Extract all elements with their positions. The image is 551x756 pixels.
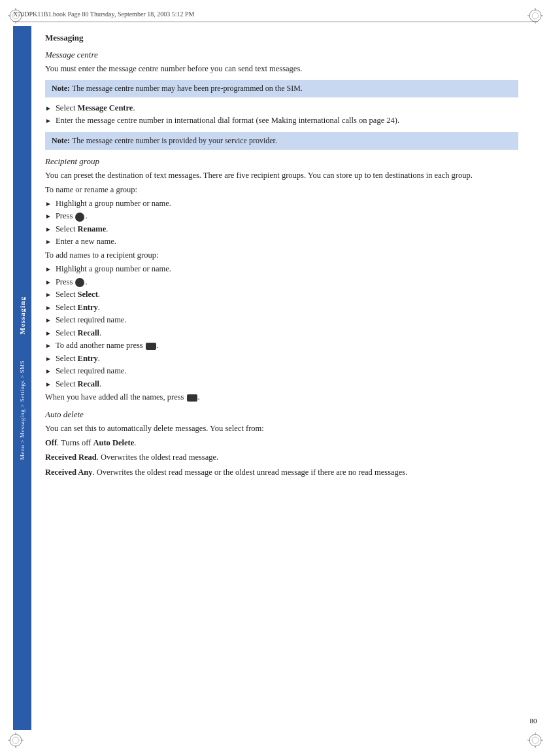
auto-delete-item-off: Off. Turns off Auto Delete. xyxy=(45,437,518,449)
bullet-text: Press . xyxy=(56,211,518,222)
bullet-select-recall-1: ► Select Recall. xyxy=(45,328,518,339)
note-box-2: Note: The message centre number is provi… xyxy=(45,132,518,150)
note-label-2: Note: xyxy=(52,136,72,145)
bullet-text: Select Rename. xyxy=(56,224,518,235)
main-content: Messaging Message centre You must enter … xyxy=(36,26,525,730)
note-text-2: The message centre number is provided by… xyxy=(72,136,277,145)
after-add-text: When you have added all the names, press… xyxy=(45,391,518,403)
bullet-text: Highlight a group number or name. xyxy=(56,264,518,275)
sidebar-messaging-label: Messaging xyxy=(18,296,26,335)
bullet-arrow-icon: ► xyxy=(45,225,52,234)
bullet-select-recall-2: ► Select Recall. xyxy=(45,379,518,390)
bullet-add-another-name: ► To add another name press . xyxy=(45,340,518,352)
bullet-select-select: ► Select Select. xyxy=(45,289,518,301)
bullet-highlight-group-2: ► Highlight a group number or name. xyxy=(45,264,518,275)
bullet-arrow-icon: ► xyxy=(45,104,52,113)
top-bar: X70DPK11B1.book Page 80 Thursday, Septem… xyxy=(13,8,538,22)
section-title: Messaging xyxy=(45,33,518,43)
bullet-select-entry-2: ► Select Entry. xyxy=(45,353,518,365)
svg-point-12 xyxy=(10,734,22,746)
bullet-enter-number: ► Enter the message centre number in int… xyxy=(45,115,518,127)
bullet-select-required-name-2: ► Select required name. xyxy=(45,366,518,377)
subsection-auto-delete-intro: You can set this to automatically delete… xyxy=(45,422,518,434)
sidebar-menu-label: Menu > Messaging > Settings > SMS xyxy=(19,360,25,460)
bullet-text: Select Recall. xyxy=(56,328,518,339)
bullet-arrow-icon: ► xyxy=(45,380,52,389)
bullet-arrow-icon: ► xyxy=(45,329,52,338)
left-sidebar: Messaging Menu > Messaging > Settings > … xyxy=(13,26,31,730)
subsection-message-centre-title: Message centre xyxy=(45,50,518,60)
corner-decoration-br xyxy=(526,731,544,749)
bullet-select-rename: ► Select Rename. xyxy=(45,224,518,235)
bullet-press-circle-1: ► Press . xyxy=(45,211,518,222)
rename-group-label: To name or rename a group: xyxy=(45,184,518,196)
top-bar-text: X70DPK11B1.book Page 80 Thursday, Septem… xyxy=(13,10,194,18)
svg-point-13 xyxy=(12,737,19,744)
svg-point-19 xyxy=(532,737,539,744)
bullet-enter-new-name: ► Enter a new name. xyxy=(45,236,518,248)
bullet-text: Select Entry. xyxy=(56,353,518,365)
bullet-arrow-icon: ► xyxy=(45,237,52,247)
right-sidebar: 80 xyxy=(529,26,538,730)
bullet-text: Select Recall. xyxy=(56,379,518,390)
bullet-text: Select required name. xyxy=(56,315,518,326)
bullet-highlight-group-1: ► Highlight a group number or name. xyxy=(45,198,518,210)
bullet-select-message-centre: ► Select Message Centre. xyxy=(45,103,518,114)
bullet-arrow-icon: ► xyxy=(45,354,52,364)
bullet-arrow-icon: ► xyxy=(45,316,52,325)
bullet-text: Select Entry. xyxy=(56,302,518,314)
bullet-text: Select Message Centre. xyxy=(56,103,518,114)
bullet-arrow-icon: ► xyxy=(45,341,52,351)
bullet-text: Press . xyxy=(56,277,518,288)
bullet-arrow-icon: ► xyxy=(45,212,52,221)
note-label-1: Note: xyxy=(52,84,72,93)
subsection-message-centre-intro: You must enter the message centre number… xyxy=(45,63,518,75)
add-names-label: To add names to a recipient group: xyxy=(45,249,518,261)
bullet-arrow-icon: ► xyxy=(45,199,52,209)
bullet-arrow-icon: ► xyxy=(45,278,52,287)
bullet-select-entry-1: ► Select Entry. xyxy=(45,302,518,314)
bullet-text: To add another name press . xyxy=(56,340,518,352)
auto-delete-item-received-any: Received Any. Overwrites the oldest read… xyxy=(45,466,518,478)
svg-point-18 xyxy=(529,734,541,746)
bullet-arrow-icon: ► xyxy=(45,290,52,300)
bullet-text: Select required name. xyxy=(56,366,518,377)
page-number: 80 xyxy=(530,717,537,725)
bullet-arrow-icon: ► xyxy=(45,367,52,376)
note-text-1: The message centre number may have been … xyxy=(72,84,303,93)
bullet-text: Select Select. xyxy=(56,289,518,301)
note-box-1: Note: The message centre number may have… xyxy=(45,80,518,97)
subsection-recipient-group-title: Recipient group xyxy=(45,156,518,167)
subsection-recipient-group-intro: You can preset the destination of text m… xyxy=(45,169,518,181)
corner-decoration-bl xyxy=(7,731,25,749)
subsection-auto-delete-title: Auto delete xyxy=(45,409,518,420)
bullet-text: Highlight a group number or name. xyxy=(56,198,518,210)
bullet-arrow-icon: ► xyxy=(45,116,52,126)
bullet-text: Enter the message centre number in inter… xyxy=(56,115,518,127)
bullet-text: Enter a new name. xyxy=(56,236,518,248)
bullet-press-circle-2: ► Press . xyxy=(45,277,518,288)
bullet-arrow-icon: ► xyxy=(45,303,52,313)
bullet-arrow-icon: ► xyxy=(45,265,52,274)
auto-delete-item-received-read: Received Read. Overwrites the oldest rea… xyxy=(45,451,518,463)
bullet-select-required-name-1: ► Select required name. xyxy=(45,315,518,326)
